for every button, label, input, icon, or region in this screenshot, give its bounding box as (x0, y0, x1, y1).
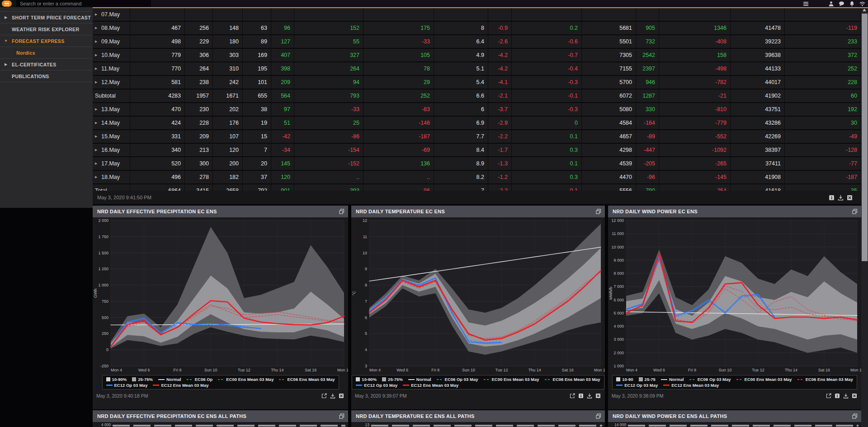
external-button[interactable] (825, 393, 832, 399)
table-cell: -164 (636, 117, 659, 130)
expand-arrow-icon[interactable]: ▶ (95, 121, 101, 125)
expand-arrow-icon[interactable]: ▶ (95, 53, 101, 57)
table-row-expander[interactable]: ▶08.May (93, 22, 130, 35)
cell-value: 372 (848, 52, 857, 58)
popup-button[interactable] (339, 413, 348, 419)
expand-arrow-icon[interactable]: ▶ (95, 148, 101, 152)
popup-button[interactable] (596, 209, 605, 214)
popup-button[interactable] (596, 413, 605, 419)
legend-item[interactable]: EC00 Ens Mean 03 May (736, 377, 792, 382)
chevron-right-icon[interactable]: ▶ (0, 15, 12, 19)
table-cell: -154 (294, 144, 363, 157)
table-row-expander[interactable]: ▶09.May (93, 35, 130, 49)
expand-arrow-icon[interactable]: ▶ (95, 175, 101, 179)
cell-value: 407 (281, 52, 290, 58)
legend-item[interactable]: 25-75% (382, 377, 403, 382)
external-button[interactable] (321, 393, 327, 399)
sidebar-item-publications[interactable]: PUBLICATIONS (0, 70, 93, 82)
legend-item[interactable]: 25-75% (132, 377, 153, 382)
download-button[interactable] (837, 194, 844, 201)
popup-button[interactable] (339, 209, 348, 214)
legend-item[interactable]: 10-90% (106, 377, 127, 382)
legend-item[interactable]: EC06 Op 03 May (689, 377, 731, 382)
info-button[interactable] (834, 393, 840, 399)
legend-item[interactable]: EC00 Ens Mean 03 May (218, 377, 274, 382)
legend-item[interactable]: 10-90% (356, 377, 377, 382)
chevron-down-icon[interactable]: ▼ (0, 39, 12, 43)
legend-item[interactable]: Normal (661, 377, 684, 382)
topbar-user-button[interactable] (828, 1, 834, 7)
sidebar-item-nordics[interactable]: Nordics (0, 47, 93, 59)
table-row-expander[interactable]: ▶15.May (93, 130, 130, 144)
legend-item[interactable]: EC06 Ens Mean 03 May (797, 377, 853, 382)
expand-arrow-icon[interactable]: ▶ (95, 26, 101, 30)
table-row-expander[interactable]: ▶11.May (93, 62, 130, 76)
excel-button[interactable] (338, 393, 344, 399)
table-row-expander[interactable]: ▶18.May (93, 171, 130, 184)
excel-button[interactable] (846, 194, 853, 201)
topbar-bell-button[interactable] (849, 1, 855, 7)
download-button[interactable] (586, 393, 593, 399)
legend-item[interactable]: 10-90 (616, 377, 633, 382)
sidebar-item-weather-risk-explorer[interactable]: WEATHER RISK EXPLORER (0, 23, 93, 35)
download-button[interactable] (329, 393, 336, 399)
table-row-expander[interactable]: ▶14.May (93, 117, 130, 130)
external-button[interactable] (569, 393, 576, 399)
table-row-expander[interactable]: ▶12.May (93, 76, 130, 89)
excel-button[interactable] (594, 393, 601, 399)
popup-button[interactable] (852, 209, 861, 214)
panel-footer: May 3, 2020 9:38:09 PM (608, 391, 861, 400)
legend-item[interactable]: EC00 Ens Mean 03 May (484, 377, 539, 382)
expand-arrow-icon[interactable]: ▶ (95, 13, 101, 16)
expand-arrow-icon[interactable]: ▶ (95, 40, 101, 43)
row-date-label: 12.May (101, 79, 120, 85)
expand-arrow-icon[interactable]: ▶ (95, 80, 101, 84)
legend-item[interactable]: 25-75 (639, 377, 656, 382)
expand-arrow-icon[interactable]: ▶ (95, 135, 101, 138)
expand-arrow-icon[interactable]: ▶ (95, 67, 101, 70)
topbar-chat-button[interactable] (838, 1, 844, 7)
scrollbar-thumb[interactable] (862, 14, 868, 261)
expand-arrow-icon[interactable]: ▶ (95, 108, 101, 111)
sidebar-item-el-certificates[interactable]: ▶EL-CERTIFICATES (0, 59, 93, 70)
precipitation-chart[interactable]: -25002505007501 0001 2501 5001 7502 000M… (93, 217, 348, 373)
cell-value: 136 (420, 160, 430, 167)
info-button[interactable] (577, 393, 584, 399)
legend-item[interactable]: EC06 Op (187, 377, 213, 382)
legend-item[interactable]: EC12 Op 03 May (356, 383, 397, 388)
info-button[interactable] (828, 194, 835, 201)
legend-item[interactable]: EC12 Ens Mean 03 May (153, 383, 208, 388)
legend-item[interactable]: EC12 Ens Mean 03 May (403, 383, 458, 388)
table-cell: 37411 (731, 157, 785, 171)
table-row-expander[interactable]: ▶17.May (93, 157, 130, 171)
table-row-expander[interactable]: ▶07.May (93, 8, 130, 22)
chevron-right-icon[interactable]: ▶ (0, 62, 12, 66)
legend-item[interactable]: EC06 Ens Mean 03 May (545, 377, 600, 382)
legend-item[interactable]: Normal (158, 377, 181, 382)
legend-item[interactable]: Normal (408, 377, 431, 382)
legend-item[interactable]: EC12 Ens Mean 03 May (663, 383, 719, 388)
wind-power-chart[interactable]: 1 0002 0003 0004 0005 0006 0007 0008 000… (608, 217, 861, 373)
scroll-up-icon[interactable] (863, 9, 866, 11)
legend-item[interactable]: EC06 Op 03 May (437, 377, 478, 382)
popup-button[interactable] (852, 413, 861, 419)
legend-item[interactable]: EC06 Ens Mean 03 May (279, 377, 335, 382)
legend-item[interactable]: EC12 Op 03 May (106, 383, 148, 388)
app-logo[interactable] (2, 0, 12, 7)
page-scrollbar[interactable] (861, 7, 868, 427)
legend-item[interactable]: EC12 Op 03 May (616, 383, 658, 388)
topbar-wifi-button[interactable] (859, 1, 865, 7)
cell-value: 209 (281, 79, 290, 85)
temperature-chart[interactable]: 3456789101112Mon 4Wed 6Fri 8Sun 10Tue 12… (351, 217, 605, 373)
sidebar-item-short-term-price-forecast[interactable]: ▶SHORT TERM PRICE FORECAST (0, 12, 93, 23)
table-row-expander[interactable]: ▶10.May (93, 49, 130, 62)
excel-button[interactable] (851, 393, 858, 399)
table-row-expander[interactable]: ▶13.May (93, 103, 130, 117)
topbar-menu-button[interactable] (802, 1, 809, 7)
download-button[interactable] (842, 393, 849, 399)
table-row-expander[interactable]: ▶16.May (93, 144, 130, 157)
expand-arrow-icon[interactable]: ▶ (95, 162, 101, 165)
command-search-input[interactable] (16, 0, 151, 7)
table-cell: 5501 (582, 35, 636, 49)
sidebar-item-forecast-express[interactable]: ▼FORECAST EXPRESS (0, 35, 93, 47)
